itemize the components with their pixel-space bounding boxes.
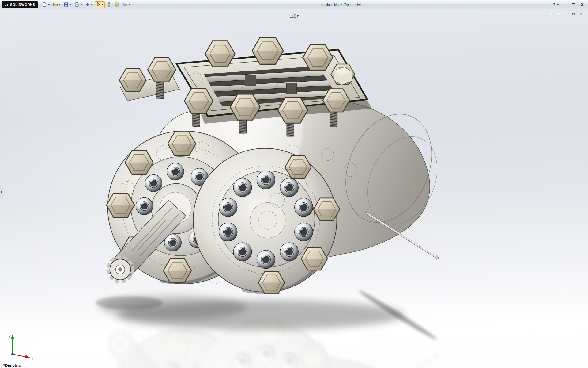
file-properties-button[interactable] xyxy=(113,1,121,8)
dropdown-arrow-icon[interactable] xyxy=(70,4,71,5)
close-document-button[interactable] xyxy=(578,11,585,17)
graphics-area[interactable]: y x *Dimetric xyxy=(0,9,588,368)
solidworks-logo-text: SOLIDWORKS xyxy=(10,3,35,6)
print-icon xyxy=(74,2,79,7)
document-window-controls xyxy=(548,11,585,17)
undo-icon xyxy=(85,2,90,7)
dropdown-arrow-icon[interactable] xyxy=(297,15,299,17)
new-document-button[interactable] xyxy=(41,1,51,8)
expand-arrow-icon xyxy=(1,191,2,193)
close-button[interactable] xyxy=(579,1,586,8)
save-button[interactable] xyxy=(62,1,73,8)
restore-document-button[interactable] xyxy=(571,11,577,17)
solidworks-window: SOLIDWORKS menjac sklop * [Read-only] xyxy=(0,0,588,368)
select-icon xyxy=(96,2,101,7)
display-pane-icon xyxy=(556,12,560,16)
minimize-icon xyxy=(563,2,567,7)
undo-button[interactable] xyxy=(84,1,94,8)
minimize-document-icon xyxy=(564,12,568,16)
dropdown-arrow-icon[interactable] xyxy=(48,4,50,5)
triad-x-axis[interactable] xyxy=(13,354,27,357)
minimize-document-button[interactable] xyxy=(563,11,569,17)
dropdown-arrow-icon[interactable] xyxy=(128,4,130,5)
dropdown-arrow-icon[interactable] xyxy=(59,4,61,5)
new-document-icon xyxy=(42,2,47,7)
dropdown-arrow-icon[interactable] xyxy=(102,4,104,5)
floor-reflection xyxy=(107,320,450,368)
maximize-button[interactable] xyxy=(570,1,577,8)
dropdown-arrow-icon[interactable] xyxy=(80,4,82,5)
featuremanager-collapsed-tab[interactable] xyxy=(0,186,3,198)
close-icon xyxy=(580,2,585,7)
window-title: menjac sklop * [Read-only] xyxy=(131,3,550,6)
open-button[interactable] xyxy=(52,1,62,8)
help-icon xyxy=(551,2,556,7)
options-button[interactable] xyxy=(121,1,131,8)
maximize-icon xyxy=(571,2,576,7)
3d-scene xyxy=(0,9,588,368)
triad-y-arrowhead xyxy=(11,335,14,339)
dassault-swirl-icon xyxy=(4,2,9,7)
restore-document-icon xyxy=(572,12,576,16)
triad-x-label: x xyxy=(32,357,34,361)
print-button[interactable] xyxy=(73,1,83,8)
view-settings-button[interactable] xyxy=(288,12,300,20)
rebuild-button[interactable] xyxy=(105,1,113,8)
window-controls xyxy=(550,1,586,8)
title-bar: SOLIDWORKS menjac sklop * [Read-only] xyxy=(0,0,588,9)
quick-access-toolbar xyxy=(41,1,131,8)
orientation-triad[interactable]: y x xyxy=(3,327,37,361)
save-icon xyxy=(64,2,69,7)
view-orientation-label: *Dimetric xyxy=(3,363,21,368)
open-icon xyxy=(53,2,58,7)
triad-x-arrowhead xyxy=(25,355,30,358)
split-pane-button[interactable] xyxy=(548,11,554,17)
help-button[interactable] xyxy=(550,1,560,8)
options-icon xyxy=(123,2,127,7)
split-pane-icon xyxy=(549,12,553,16)
select-button[interactable] xyxy=(95,1,105,8)
minimize-button[interactable] xyxy=(561,1,569,8)
triad-y-label: y xyxy=(9,334,11,338)
display-pane-button[interactable] xyxy=(555,11,562,17)
gearbox-model[interactable] xyxy=(107,37,450,294)
view-settings-icon xyxy=(289,13,295,19)
close-document-icon xyxy=(579,12,583,16)
solidworks-logo: SOLIDWORKS xyxy=(2,1,38,8)
dropdown-arrow-icon[interactable] xyxy=(557,4,559,5)
triad-z-axis[interactable] xyxy=(11,353,14,355)
rebuild-icon xyxy=(107,2,111,7)
file-properties-icon xyxy=(115,2,119,7)
dropdown-arrow-icon[interactable] xyxy=(91,4,93,5)
